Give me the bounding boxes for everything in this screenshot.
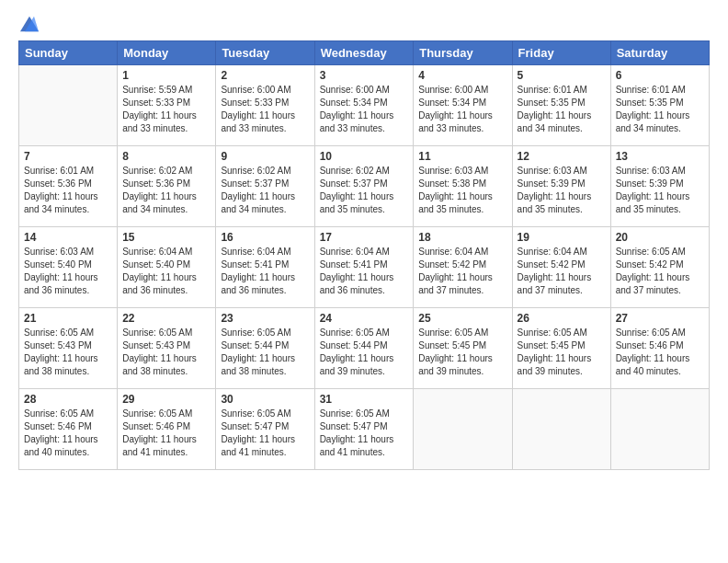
sunset-text: Sunset: 5:42 PM — [418, 259, 506, 271]
calendar-cell: 22Sunrise: 6:05 AMSunset: 5:43 PMDayligh… — [118, 308, 216, 389]
calendar-cell: 3Sunrise: 6:00 AMSunset: 5:34 PMDaylight… — [314, 65, 414, 146]
logo — [18, 15, 39, 33]
sunset-text: Sunset: 5:36 PM — [24, 178, 112, 190]
calendar-cell: 9Sunrise: 6:02 AMSunset: 5:37 PMDaylight… — [216, 146, 314, 227]
daylight-text-cont: and 36 minutes. — [122, 284, 210, 297]
day-info: Sunrise: 6:05 AMSunset: 5:47 PMDaylight:… — [320, 408, 409, 459]
daylight-text: Daylight: 11 hours — [122, 190, 210, 203]
day-number: 5 — [518, 69, 606, 82]
sunrise-text: Sunrise: 6:05 AM — [616, 246, 704, 259]
day-number: 16 — [221, 231, 309, 244]
calendar-cell: 7Sunrise: 6:01 AMSunset: 5:36 PMDaylight… — [19, 146, 118, 227]
day-info: Sunrise: 6:02 AMSunset: 5:36 PMDaylight:… — [122, 165, 210, 216]
sunrise-text: Sunrise: 6:04 AM — [518, 246, 606, 259]
daylight-text: Daylight: 11 hours — [122, 352, 210, 365]
day-info: Sunrise: 6:03 AMSunset: 5:39 PMDaylight:… — [616, 165, 704, 216]
day-number: 6 — [616, 69, 704, 82]
daylight-text: Daylight: 11 hours — [24, 271, 112, 284]
sunrise-text: Sunrise: 6:04 AM — [320, 246, 409, 259]
sunset-text: Sunset: 5:42 PM — [616, 259, 704, 271]
calendar-cell: 12Sunrise: 6:03 AMSunset: 5:39 PMDayligh… — [512, 146, 610, 227]
sunrise-text: Sunrise: 6:03 AM — [616, 165, 704, 178]
daylight-text: Daylight: 11 hours — [122, 271, 210, 284]
sunset-text: Sunset: 5:38 PM — [418, 178, 506, 190]
day-info: Sunrise: 6:04 AMSunset: 5:40 PMDaylight:… — [122, 246, 210, 297]
day-number: 12 — [518, 150, 606, 163]
daylight-text-cont: and 39 minutes. — [320, 365, 409, 378]
sunset-text: Sunset: 5:33 PM — [221, 97, 309, 109]
daylight-text: Daylight: 11 hours — [518, 271, 606, 284]
sunset-text: Sunset: 5:47 PM — [221, 420, 309, 433]
daylight-text: Daylight: 11 hours — [122, 109, 210, 122]
sunset-text: Sunset: 5:35 PM — [616, 97, 704, 109]
daylight-text-cont: and 33 minutes. — [221, 122, 309, 135]
sunrise-text: Sunrise: 6:03 AM — [418, 165, 506, 178]
daylight-text-cont: and 41 minutes. — [221, 446, 309, 459]
sunrise-text: Sunrise: 6:05 AM — [518, 327, 606, 339]
sunset-text: Sunset: 5:37 PM — [320, 178, 409, 190]
daylight-text-cont: and 33 minutes. — [320, 122, 409, 135]
sunset-text: Sunset: 5:40 PM — [24, 259, 112, 271]
sunrise-text: Sunrise: 6:05 AM — [24, 327, 112, 339]
day-number: 17 — [320, 231, 409, 244]
day-number: 31 — [320, 393, 409, 406]
day-info: Sunrise: 6:04 AMSunset: 5:42 PMDaylight:… — [418, 246, 506, 297]
daylight-text-cont: and 37 minutes. — [518, 284, 606, 297]
day-number: 10 — [320, 150, 409, 163]
sunset-text: Sunset: 5:40 PM — [122, 259, 210, 271]
day-number: 19 — [518, 231, 606, 244]
day-info: Sunrise: 6:00 AMSunset: 5:34 PMDaylight:… — [418, 84, 506, 135]
sunrise-text: Sunrise: 6:02 AM — [320, 165, 409, 178]
sunset-text: Sunset: 5:45 PM — [518, 339, 606, 352]
day-number: 21 — [24, 312, 112, 325]
weekday-header: Saturday — [610, 41, 709, 65]
day-info: Sunrise: 6:01 AMSunset: 5:35 PMDaylight:… — [616, 84, 704, 135]
daylight-text: Daylight: 11 hours — [518, 190, 606, 203]
calendar-week-row: 7Sunrise: 6:01 AMSunset: 5:36 PMDaylight… — [19, 146, 710, 227]
daylight-text: Daylight: 11 hours — [24, 190, 112, 203]
day-number: 24 — [320, 312, 409, 325]
sunrise-text: Sunrise: 6:02 AM — [122, 165, 210, 178]
calendar-cell: 27Sunrise: 6:05 AMSunset: 5:46 PMDayligh… — [610, 308, 709, 389]
daylight-text-cont: and 36 minutes. — [221, 284, 309, 297]
sunrise-text: Sunrise: 6:05 AM — [24, 408, 112, 420]
daylight-text-cont: and 37 minutes. — [418, 284, 506, 297]
day-number: 9 — [221, 150, 309, 163]
daylight-text: Daylight: 11 hours — [122, 433, 210, 446]
daylight-text: Daylight: 11 hours — [24, 352, 112, 365]
daylight-text: Daylight: 11 hours — [320, 271, 409, 284]
header — [18, 15, 710, 33]
day-number: 2 — [221, 69, 309, 82]
day-number: 13 — [616, 150, 704, 163]
calendar-week-row: 21Sunrise: 6:05 AMSunset: 5:43 PMDayligh… — [19, 308, 710, 389]
logo-icon — [20, 15, 39, 33]
sunset-text: Sunset: 5:45 PM — [418, 339, 506, 352]
daylight-text-cont: and 39 minutes. — [418, 365, 506, 378]
daylight-text: Daylight: 11 hours — [221, 190, 309, 203]
daylight-text: Daylight: 11 hours — [320, 109, 409, 122]
sunset-text: Sunset: 5:36 PM — [122, 178, 210, 190]
calendar-week-row: 14Sunrise: 6:03 AMSunset: 5:40 PMDayligh… — [19, 227, 710, 308]
calendar-cell: 19Sunrise: 6:04 AMSunset: 5:42 PMDayligh… — [512, 227, 610, 308]
calendar-cell: 17Sunrise: 6:04 AMSunset: 5:41 PMDayligh… — [314, 227, 414, 308]
sunrise-text: Sunrise: 6:05 AM — [122, 327, 210, 339]
daylight-text-cont: and 33 minutes. — [122, 122, 210, 135]
sunset-text: Sunset: 5:43 PM — [122, 339, 210, 352]
sunrise-text: Sunrise: 5:59 AM — [122, 84, 210, 97]
sunrise-text: Sunrise: 6:05 AM — [418, 327, 506, 339]
sunset-text: Sunset: 5:46 PM — [24, 420, 112, 433]
sunset-text: Sunset: 5:44 PM — [221, 339, 309, 352]
weekday-header: Monday — [118, 41, 216, 65]
daylight-text: Daylight: 11 hours — [320, 352, 409, 365]
daylight-text-cont: and 35 minutes. — [320, 203, 409, 216]
daylight-text: Daylight: 11 hours — [221, 271, 309, 284]
sunrise-text: Sunrise: 6:05 AM — [320, 408, 409, 420]
day-number: 15 — [122, 231, 210, 244]
day-number: 23 — [221, 312, 309, 325]
day-info: Sunrise: 6:05 AMSunset: 5:46 PMDaylight:… — [24, 408, 112, 459]
sunrise-text: Sunrise: 6:01 AM — [518, 84, 606, 97]
sunrise-text: Sunrise: 6:03 AM — [24, 246, 112, 259]
sunrise-text: Sunrise: 6:01 AM — [24, 165, 112, 178]
calendar-cell: 18Sunrise: 6:04 AMSunset: 5:42 PMDayligh… — [414, 227, 512, 308]
calendar-cell: 11Sunrise: 6:03 AMSunset: 5:38 PMDayligh… — [414, 146, 512, 227]
